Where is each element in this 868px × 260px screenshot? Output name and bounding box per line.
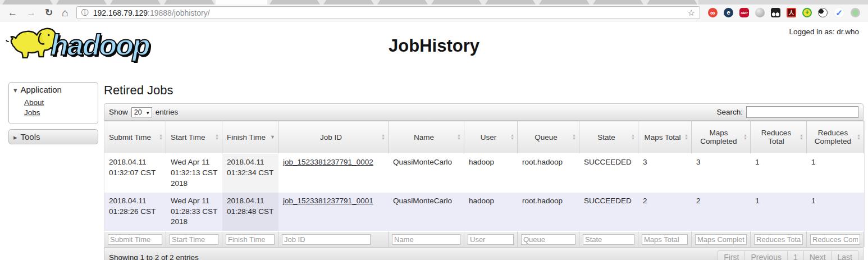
filter-input-state[interactable] — [583, 234, 634, 245]
pagination-last-button[interactable]: Last — [832, 250, 858, 260]
show-label: Show — [109, 108, 128, 116]
cell-reduces-completed: 1 — [807, 193, 864, 231]
filter-cell — [518, 231, 579, 247]
browser-tab[interactable] — [108, 0, 163, 4]
reload-icon[interactable] — [45, 8, 53, 17]
browser-tab-strip[interactable] — [0, 0, 868, 4]
sort-icon — [800, 134, 803, 140]
table-footer: Showing 1 to 2 of 2 entries First Previo… — [104, 247, 864, 260]
filter-input-maps-total[interactable] — [642, 234, 688, 245]
browser-tab[interactable] — [537, 0, 592, 4]
filter-input-name[interactable] — [392, 234, 460, 245]
filter-cell — [389, 231, 464, 247]
cell-job-id: job_1523381237791_0001 — [278, 193, 389, 231]
cell-start-time: Wed Apr 11 01:28:33 CST 2018 — [166, 193, 222, 231]
filter-cell — [464, 231, 518, 247]
filter-input-submit-time[interactable] — [108, 234, 162, 245]
browser-tab[interactable] — [483, 0, 538, 4]
sort-icon — [631, 134, 635, 140]
column-header-job-id[interactable]: Job ID — [278, 121, 389, 154]
logged-in-status: Logged in as: dr.who — [789, 28, 859, 36]
browser-tab[interactable] — [429, 0, 484, 4]
accordion-label: Application — [21, 85, 62, 94]
accordion-label: Tools — [21, 132, 40, 142]
column-header-state[interactable]: State — [579, 121, 638, 154]
sidebar-item-about[interactable]: About — [24, 98, 94, 108]
column-header-finish-time[interactable]: Finish Time — [222, 121, 278, 154]
pagination-previous-button[interactable]: Previous — [744, 250, 787, 260]
filter-input-maps-completed[interactable] — [695, 234, 747, 245]
browser-tab[interactable] — [54, 0, 109, 4]
cell-queue: root.hadoop — [518, 193, 579, 231]
filter-cell — [638, 231, 692, 247]
table-header-row: Submit Time Start Time Finish Time Job I… — [104, 121, 864, 154]
table-toolbar: Show 20 entries Search: — [104, 103, 864, 121]
home-icon[interactable] — [62, 7, 68, 18]
pagination-page-1-button[interactable]: 1 — [787, 250, 804, 260]
filter-input-job-id[interactable] — [282, 234, 371, 245]
adblock-plus-icon[interactable]: ABP — [739, 8, 749, 17]
search-input[interactable] — [746, 106, 858, 118]
column-header-queue[interactable]: Queue — [518, 121, 579, 154]
browser-tab[interactable] — [321, 0, 376, 4]
back-icon[interactable] — [8, 8, 17, 17]
column-header-maps-completed[interactable]: Maps Completed — [692, 121, 751, 154]
cell-maps-total: 3 — [638, 154, 692, 193]
green-plus-extension-icon[interactable] — [802, 8, 812, 17]
filter-input-finish-time[interactable] — [226, 234, 275, 245]
filter-input-start-time[interactable] — [170, 234, 218, 245]
address-bar[interactable]: 192.168.79.129:19888/jobhistory/ — [76, 6, 700, 19]
search-label: Search: — [716, 108, 743, 116]
entries-select-value: 20 — [134, 108, 142, 116]
filter-input-queue[interactable] — [521, 234, 575, 245]
sidebar-item-jobs[interactable]: Jobs — [24, 108, 94, 118]
profile-avatar-icon[interactable] — [851, 8, 860, 17]
browser-tab[interactable] — [375, 0, 430, 4]
sphere-extension-icon[interactable] — [755, 8, 765, 17]
e-extension-icon[interactable]: e — [724, 8, 733, 17]
filter-cell — [104, 231, 166, 247]
cat-extension-icon[interactable] — [818, 8, 828, 17]
filter-input-reduces-completed[interactable] — [810, 234, 860, 245]
infinity-extension-icon[interactable] — [708, 8, 718, 17]
cell-maps-completed: 2 — [692, 193, 751, 231]
column-header-start-time[interactable]: Start Time — [166, 121, 222, 154]
cell-maps-total: 2 — [638, 193, 692, 231]
column-header-reduces-total[interactable]: Reduces Total — [751, 121, 807, 154]
column-header-submit-time[interactable]: Submit Time — [104, 121, 166, 154]
filter-cell — [222, 231, 278, 247]
filter-cell — [278, 231, 389, 247]
domino-extension-icon[interactable] — [771, 8, 780, 17]
browser-tab[interactable] — [267, 0, 322, 4]
column-header-name[interactable]: Name — [389, 121, 464, 154]
pagination: First Previous 1 Next Last — [718, 250, 858, 260]
browser-tab[interactable] — [0, 0, 55, 4]
column-header-maps-total[interactable]: Maps Total — [638, 121, 692, 154]
browser-tab[interactable] — [591, 0, 646, 4]
column-header-reduces-completed[interactable]: Reduces Completed — [807, 121, 864, 154]
cell-start-time: Wed Apr 11 01:32:13 CST 2018 — [166, 154, 222, 193]
browser-tab[interactable] — [645, 0, 700, 4]
bookmark-star-icon[interactable] — [688, 8, 695, 18]
adobe-acrobat-icon[interactable] — [787, 8, 796, 17]
blue-check-extension-icon[interactable] — [834, 7, 844, 18]
accordion-header-tools[interactable]: Tools — [8, 129, 98, 144]
cell-job-id: job_1523381237791_0002 — [278, 154, 389, 193]
job-link[interactable]: job_1523381237791_0001 — [283, 197, 373, 205]
browser-active-tab[interactable] — [216, 0, 267, 4]
pagination-first-button[interactable]: First — [718, 250, 745, 260]
cell-name: QuasiMonteCarlo — [389, 193, 464, 231]
cell-submit-time: 2018.04.11 01:28:26 CST — [104, 193, 166, 231]
filter-input-reduces-total[interactable] — [754, 234, 803, 245]
accordion-header-application[interactable]: Application — [9, 83, 98, 97]
sidebar: Application About Jobs Tools — [8, 82, 98, 260]
pagination-next-button[interactable]: Next — [803, 250, 832, 260]
job-link[interactable]: job_1523381237791_0002 — [283, 158, 373, 166]
entries-select[interactable]: 20 — [131, 107, 152, 117]
page-info-icon[interactable] — [81, 7, 93, 18]
filter-input-user[interactable] — [468, 234, 514, 245]
sort-icon — [684, 134, 688, 140]
forward-icon[interactable] — [26, 8, 36, 17]
column-header-user[interactable]: User — [464, 121, 518, 154]
browser-tab[interactable] — [162, 0, 217, 4]
